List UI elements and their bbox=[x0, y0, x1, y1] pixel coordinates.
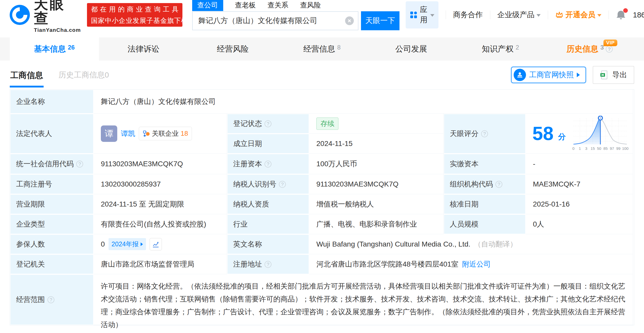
company-name-label: 企业名称 bbox=[10, 90, 94, 114]
nearby-companies-link[interactable]: 附近公司 bbox=[462, 259, 491, 269]
search-button[interactable]: 天眼一下 bbox=[361, 11, 399, 30]
reg-number-value: 130203000285937 bbox=[94, 174, 227, 194]
reg-address-cell: 河北省唐山市路北区学院路48号楼四层401室 附近公司 bbox=[309, 254, 633, 274]
legal-rep-label: 法定代表人 bbox=[10, 114, 94, 154]
tab-intellectual-property[interactable]: 知识产权 2 bbox=[456, 37, 545, 61]
apps-grid-icon bbox=[410, 11, 417, 19]
help-icon[interactable]: ? bbox=[606, 46, 613, 53]
search-area: 查公司 查老板 查关系 查风险 天眼一下 bbox=[192, 0, 399, 30]
arrow-right-icon bbox=[141, 242, 143, 246]
tyc-score-cell[interactable]: 58 分 bbox=[526, 114, 633, 154]
top-menu: 应用 商务合作 企业级产品 开通会员 bbox=[406, 1, 644, 28]
establish-date-value: 2024-11-15 bbox=[309, 134, 444, 154]
menu-divider bbox=[446, 11, 446, 19]
annual-report-badge[interactable]: 2024年报 bbox=[109, 238, 146, 250]
help-icon[interactable]: ? bbox=[76, 161, 83, 168]
approval-date-value: 2025-01-16 bbox=[526, 194, 633, 214]
legal-rep-cell: 谭 谭凯 关联企业 18 bbox=[94, 114, 227, 154]
reg-number-label: 工商注册号 bbox=[10, 174, 94, 194]
insured-count-label: 参保人数 bbox=[10, 234, 94, 254]
top-header: 天眼查 TianYanCha.com 都在用的商业查询工具 国家中小企业发展子基… bbox=[0, 0, 644, 30]
svg-text:50: 50 bbox=[597, 146, 601, 151]
tab-legal-litigation[interactable]: 法律诉讼 bbox=[99, 37, 188, 61]
help-icon[interactable]: ? bbox=[265, 161, 271, 168]
search-tab-company[interactable]: 查公司 bbox=[192, 0, 223, 11]
company-name-value: 舞记八方（唐山）文化传媒有限公司 bbox=[94, 90, 633, 114]
official-snapshot-button[interactable]: 工商官网快照 bbox=[511, 67, 586, 83]
svg-text:85: 85 bbox=[603, 146, 608, 151]
arrow-right-icon bbox=[577, 73, 580, 77]
notification-dot bbox=[623, 8, 628, 13]
english-name-value: Wuji Bafang (Tangshan) Cultural Media Co… bbox=[316, 240, 470, 248]
establish-date-label: 成立日期 bbox=[227, 134, 309, 154]
company-type-value: 有限责任公司(自然人投资或控股) bbox=[94, 214, 227, 234]
business-term-value: 2024-11-15 至 无固定期限 bbox=[94, 194, 227, 214]
reg-address-value: 河北省唐山市路北区学院路48号楼四层401室 bbox=[316, 259, 458, 269]
score-unit: 分 bbox=[558, 132, 566, 142]
tianyancha-logo[interactable]: 天眼查 TianYanCha.com bbox=[9, 0, 81, 33]
promo-line1: 都在用的商业查询工具 bbox=[91, 5, 178, 14]
company-type-label: 企业类型 bbox=[10, 214, 94, 234]
subtab-history-business-info[interactable]: 历史工商信息0 bbox=[58, 70, 109, 80]
export-button[interactable]: 导出 bbox=[593, 66, 634, 84]
insured-count-value: 0 bbox=[101, 240, 105, 248]
account-menu[interactable]: 186*... bbox=[633, 11, 644, 19]
tianyancha-logo-icon bbox=[9, 4, 30, 25]
taxpayer-id-value: 91130203MAE3MCQK7Q bbox=[309, 174, 444, 194]
score-value: 58 bbox=[532, 124, 553, 143]
search-tab-relation[interactable]: 查关系 bbox=[268, 0, 288, 11]
legal-rep-name-link[interactable]: 谭凯 bbox=[121, 129, 135, 139]
menu-cooperation[interactable]: 商务合作 bbox=[453, 10, 483, 20]
tab-history-info[interactable]: VIP 历史信息 3 ? bbox=[545, 37, 634, 61]
english-name-label: 英文名称 bbox=[227, 234, 309, 254]
clear-search-icon[interactable] bbox=[345, 16, 354, 25]
business-info-table: 企业名称 舞记八方（唐山）文化传媒有限公司 法定代表人 谭 谭凯 关联企业 18… bbox=[10, 89, 634, 325]
search-tab-risk[interactable]: 查风险 bbox=[300, 0, 321, 11]
business-scope-value: 许可项目：网络文化经营。（依法须经批准的项目，经相关部门批准后方可开展经营活动，… bbox=[94, 274, 633, 325]
industry-value: 广播、电视、电影和录音制作业 bbox=[309, 214, 444, 234]
reg-address-label: 注册地址 ? bbox=[227, 254, 309, 274]
taxpayer-quality-value: 增值税一般纳税人 bbox=[309, 194, 444, 214]
tab-operation-risk[interactable]: 经营风险 bbox=[188, 37, 277, 61]
paid-capital-value: - bbox=[526, 154, 633, 174]
org-code-value: MAE3MCQK-7 bbox=[526, 174, 633, 194]
legal-rep-avatar[interactable]: 谭 bbox=[101, 125, 117, 142]
english-name-cell: Wuji Bafang (Tangshan) Cultural Media Co… bbox=[309, 234, 633, 254]
insured-trend-chart-button[interactable] bbox=[150, 238, 162, 250]
help-icon[interactable]: ? bbox=[47, 296, 54, 303]
taxpayer-id-label: 纳税人识别号 ? bbox=[227, 174, 309, 194]
promo-line2: 国家中小企业发展子基金旗下机构 bbox=[91, 16, 178, 25]
reg-authority-label: 登记机关 bbox=[10, 254, 94, 274]
chevron-down-icon bbox=[536, 14, 541, 17]
subtab-business-info[interactable]: 工商信息 bbox=[10, 63, 44, 87]
reg-capital-label: 注册资本 ? bbox=[227, 154, 309, 174]
insured-count-cell: 0 2024年报 bbox=[94, 234, 227, 254]
help-icon[interactable]: ? bbox=[265, 261, 271, 268]
chevron-down-icon bbox=[430, 14, 434, 17]
apps-label: 应用 bbox=[420, 5, 428, 25]
help-icon[interactable]: ? bbox=[481, 130, 488, 137]
logo-title: 天眼查 bbox=[34, 0, 81, 25]
svg-text:0: 0 bbox=[572, 146, 574, 151]
promo-banner: 都在用的商业查询工具 国家中小企业发展子基金旗下机构 bbox=[87, 3, 182, 27]
reg-status-label: 登记状态 ? bbox=[227, 114, 309, 134]
tab-operation-info[interactable]: 经营信息 8 bbox=[277, 37, 367, 61]
tab-basic-info[interactable]: 基本信息 26 bbox=[10, 37, 99, 61]
search-tab-boss[interactable]: 查老板 bbox=[235, 0, 256, 11]
status-badge: 存续 bbox=[316, 117, 338, 130]
subnav: 工商信息 历史工商信息0 工商官网快照 导出 bbox=[10, 61, 634, 89]
svg-text:15: 15 bbox=[591, 146, 595, 151]
related-companies-badge[interactable]: 关联企业 18 bbox=[139, 127, 192, 140]
tab-company-development[interactable]: 公司发展 bbox=[367, 37, 456, 61]
business-scope-label: 经营范围 ? bbox=[10, 274, 94, 325]
menu-enterprise-products[interactable]: 企业级产品 bbox=[497, 10, 541, 20]
notifications-bell[interactable] bbox=[616, 10, 626, 20]
apps-menu[interactable]: 应用 bbox=[406, 1, 438, 28]
help-icon[interactable]: ? bbox=[265, 120, 271, 127]
menu-open-vip[interactable]: 开通会员 bbox=[555, 10, 601, 20]
svg-text:1: 1 bbox=[579, 146, 581, 151]
help-icon[interactable]: ? bbox=[495, 181, 502, 188]
search-input[interactable] bbox=[192, 11, 358, 30]
help-icon[interactable]: ? bbox=[279, 181, 286, 188]
reg-authority-value: 唐山市路北区市场监督管理局 bbox=[94, 254, 227, 274]
